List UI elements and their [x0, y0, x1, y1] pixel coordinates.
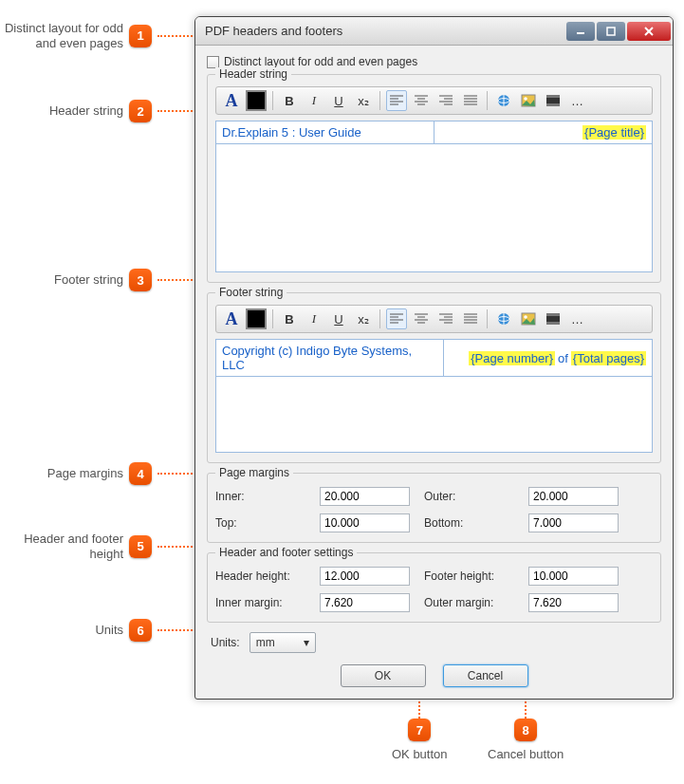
- bold-button[interactable]: B: [279, 90, 300, 111]
- align-left-icon: [390, 313, 403, 325]
- dialog-title: PDF headers and footers: [205, 24, 564, 38]
- color-swatch-icon: [246, 308, 267, 329]
- align-justify-icon: [464, 313, 477, 325]
- svg-rect-1: [607, 28, 615, 35]
- toolbar-separator: [272, 309, 273, 328]
- align-justify-icon: [464, 95, 477, 106]
- maximize-button[interactable]: [597, 22, 625, 41]
- align-justify-button[interactable]: [460, 308, 481, 329]
- outer-input[interactable]: [528, 487, 619, 506]
- inner-input[interactable]: [320, 487, 410, 506]
- footer-height-label: Footer height:: [424, 569, 528, 583]
- page-title-placeholder: {Page title}: [582, 125, 646, 140]
- header-string-group: Header string A B I U x₂: [207, 74, 661, 283]
- svg-point-24: [524, 97, 527, 101]
- svg-point-48: [524, 315, 527, 319]
- more-button[interactable]: …: [567, 308, 588, 329]
- underline-button[interactable]: U: [328, 308, 349, 329]
- insert-link-button[interactable]: [493, 308, 514, 329]
- header-toolbar: A B I U x₂: [215, 86, 653, 115]
- page-margins-group: Page margins Inner: Outer: Top: Bottom:: [207, 473, 661, 543]
- outer-margin-label: Outer margin:: [424, 596, 528, 609]
- inner-label: Inner:: [215, 490, 320, 503]
- header-height-label: Header height:: [215, 569, 320, 583]
- callout-1-badge: 1: [129, 25, 152, 47]
- font-color-button[interactable]: [246, 90, 267, 111]
- top-input[interactable]: [320, 513, 410, 532]
- toolbar-separator: [379, 309, 380, 328]
- checkbox-icon: [207, 56, 219, 68]
- underline-button[interactable]: U: [328, 90, 349, 111]
- footer-toolbar: A B I U x₂: [215, 305, 653, 333]
- outer-label: Outer:: [424, 490, 528, 503]
- align-center-button[interactable]: [411, 308, 432, 329]
- toolbar-separator: [487, 309, 488, 328]
- callout-7-label: OK button: [392, 747, 448, 762]
- close-button[interactable]: [627, 22, 671, 41]
- insert-image-button[interactable]: [518, 90, 539, 111]
- callout-2-label: Header string: [0, 103, 123, 119]
- footer-left-cell[interactable]: Copyright (c) Indigo Byte Systems, LLC: [216, 340, 444, 376]
- callout-6-label: Units: [0, 623, 123, 638]
- align-right-button[interactable]: [435, 308, 456, 329]
- inner-margin-label: Inner margin:: [215, 596, 320, 609]
- bottom-input[interactable]: [528, 513, 619, 532]
- subscript-button[interactable]: x₂: [353, 308, 374, 329]
- callout-8-leader: [525, 698, 527, 719]
- callout-3-label: Footer string: [0, 272, 123, 288]
- align-center-icon: [415, 313, 428, 325]
- callout-7-leader: [418, 698, 420, 719]
- callout-4-label: Page margins: [0, 466, 123, 481]
- of-text: of: [558, 351, 568, 365]
- link-icon: [496, 311, 511, 327]
- units-selected-value: mm: [256, 636, 275, 649]
- callout-3-badge: 3: [129, 269, 152, 291]
- titlebar[interactable]: PDF headers and footers: [195, 17, 673, 46]
- insert-video-button[interactable]: [543, 90, 564, 111]
- footer-editor[interactable]: Copyright (c) Indigo Byte Systems, LLC {…: [215, 339, 653, 453]
- bold-button[interactable]: B: [279, 308, 300, 329]
- align-justify-button[interactable]: [460, 90, 481, 111]
- italic-button[interactable]: I: [304, 90, 324, 111]
- footer-right-cell[interactable]: {Page number} of {Total pages}: [444, 340, 652, 376]
- insert-image-button[interactable]: [518, 308, 539, 329]
- callout-7-badge: 7: [408, 719, 431, 741]
- svg-rect-50: [546, 313, 560, 316]
- align-center-button[interactable]: [411, 90, 432, 111]
- image-icon: [521, 94, 536, 107]
- insert-link-button[interactable]: [493, 90, 514, 111]
- cancel-button[interactable]: Cancel: [443, 664, 528, 687]
- font-color-button[interactable]: [246, 308, 267, 329]
- callout-5-badge: 5: [129, 535, 152, 558]
- inner-margin-input[interactable]: [320, 593, 410, 612]
- units-select[interactable]: mm ▾: [250, 632, 316, 653]
- outer-margin-input[interactable]: [528, 593, 619, 612]
- header-height-input[interactable]: [320, 567, 410, 586]
- callout-2-badge: 2: [129, 100, 152, 122]
- align-right-icon: [439, 95, 453, 106]
- header-editor[interactable]: Dr.Explain 5 : User Guide {Page title}: [215, 121, 653, 272]
- align-left-button[interactable]: [386, 308, 407, 329]
- align-left-button[interactable]: [386, 90, 407, 111]
- font-button[interactable]: A: [221, 90, 242, 111]
- align-right-icon: [439, 313, 453, 325]
- insert-video-button[interactable]: [543, 308, 564, 329]
- align-right-button[interactable]: [435, 90, 456, 111]
- video-icon: [545, 312, 561, 326]
- top-label: Top:: [215, 516, 320, 530]
- minimize-button[interactable]: [566, 22, 595, 41]
- header-right-cell[interactable]: {Page title}: [434, 121, 652, 143]
- align-left-icon: [390, 95, 403, 106]
- image-icon: [521, 312, 536, 326]
- color-swatch-icon: [246, 90, 267, 111]
- ok-button[interactable]: OK: [341, 664, 426, 687]
- more-button[interactable]: …: [567, 90, 588, 111]
- footer-height-input[interactable]: [528, 567, 619, 586]
- italic-button[interactable]: I: [304, 308, 324, 329]
- subscript-button[interactable]: x₂: [353, 90, 374, 111]
- distinct-layout-checkbox[interactable]: Distinct layout for odd and even pages: [207, 55, 661, 68]
- toolbar-separator: [487, 91, 488, 110]
- page-margins-legend: Page margins: [215, 466, 293, 479]
- font-button[interactable]: A: [221, 308, 242, 329]
- header-left-cell[interactable]: Dr.Explain 5 : User Guide: [216, 121, 434, 143]
